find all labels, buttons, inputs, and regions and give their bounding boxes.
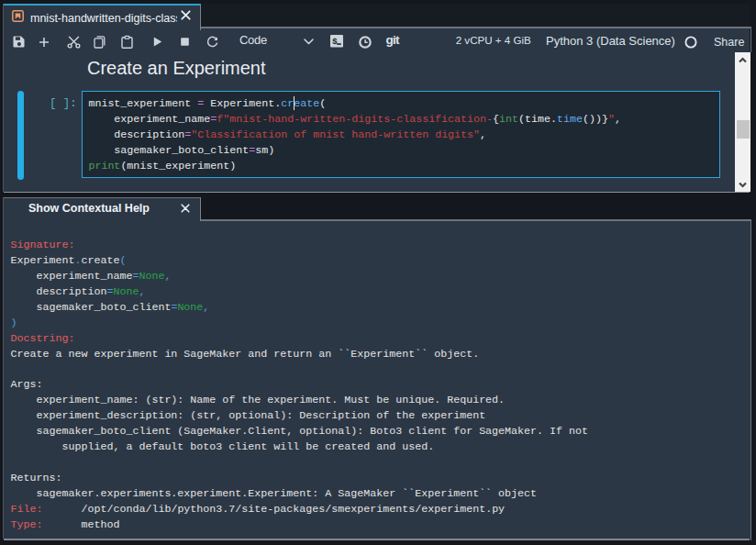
- svg-text:$: $: [332, 38, 338, 48]
